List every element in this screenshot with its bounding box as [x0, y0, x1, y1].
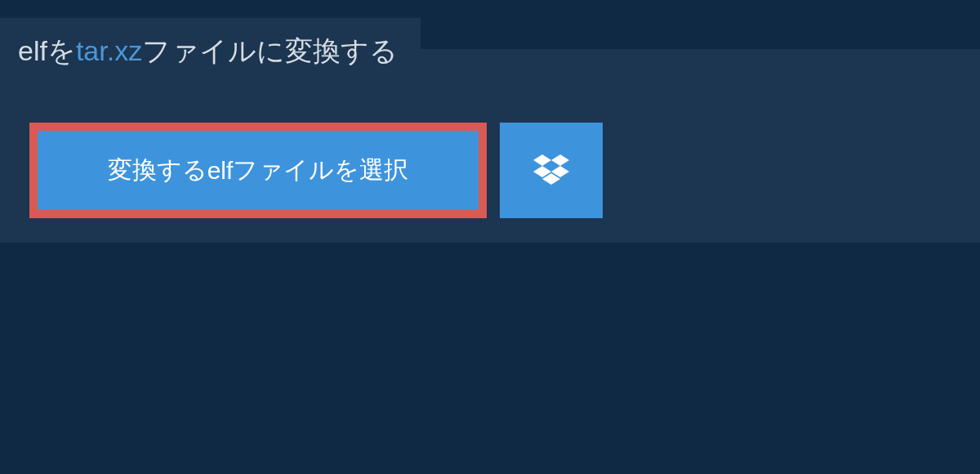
page-title: elfをtar.xzファイルに変換する — [18, 33, 398, 69]
dropbox-button[interactable] — [500, 123, 603, 218]
select-button-prefix: 変換する — [108, 154, 207, 187]
destination-format: tar.xz — [76, 35, 142, 66]
source-format: elf — [18, 35, 47, 66]
dropbox-icon — [533, 154, 569, 187]
main-panel: elfをtar.xzファイルに変換する 変換するelfファイルを選択 — [0, 49, 980, 243]
buttons-row: 変換するelfファイルを選択 — [0, 83, 980, 218]
select-button-suffix: ファイルを選択 — [233, 154, 408, 187]
title-text-1: を — [47, 35, 76, 66]
select-file-button[interactable]: 変換するelfファイルを選択 — [29, 123, 487, 218]
select-button-format: elf — [207, 157, 234, 185]
title-text-2: ファイルに変換する — [142, 35, 398, 66]
title-box: elfをtar.xzファイルに変換する — [0, 18, 421, 83]
